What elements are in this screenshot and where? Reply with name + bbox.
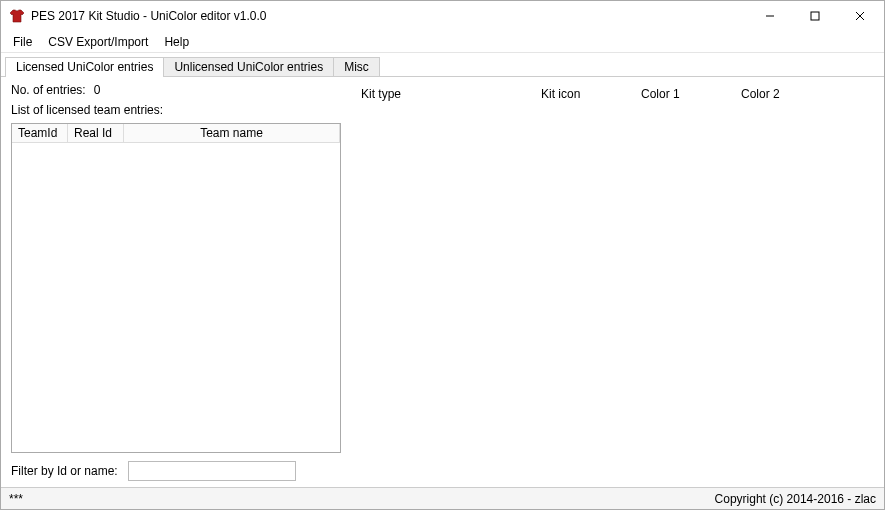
column-color-2: Color 2 — [741, 87, 841, 101]
menu-file[interactable]: File — [5, 33, 40, 51]
minimize-button[interactable] — [747, 2, 792, 30]
list-title: List of licensed team entries: — [11, 103, 163, 117]
tab-licensed[interactable]: Licensed UniColor entries — [5, 57, 164, 77]
entries-count-label: No. of entries: — [11, 83, 86, 97]
tab-misc[interactable]: Misc — [333, 57, 380, 76]
list-body[interactable] — [12, 143, 340, 452]
column-teamid[interactable]: TeamId — [12, 124, 68, 142]
window-title: PES 2017 Kit Studio - UniColor editor v1… — [31, 9, 747, 23]
tabstrip: Licensed UniColor entries Unlicensed Uni… — [1, 53, 884, 76]
column-kit-icon: Kit icon — [541, 87, 641, 101]
column-teamname[interactable]: Team name — [124, 124, 340, 142]
right-pane: Kit type Kit icon Color 1 Color 2 — [361, 83, 874, 481]
menu-csv-export-import[interactable]: CSV Export/Import — [40, 33, 156, 51]
filter-input[interactable] — [128, 461, 296, 481]
close-button[interactable] — [837, 2, 882, 30]
menu-help[interactable]: Help — [156, 33, 197, 51]
left-pane: No. of entries: 0 List of licensed team … — [11, 83, 341, 481]
status-copyright: Copyright (c) 2014-2016 - zlac — [715, 492, 876, 506]
entries-count-row: No. of entries: 0 — [11, 83, 341, 97]
app-window: PES 2017 Kit Studio - UniColor editor v1… — [0, 0, 885, 510]
menubar: File CSV Export/Import Help — [1, 31, 884, 53]
status-left: *** — [9, 492, 23, 506]
filter-label: Filter by Id or name: — [11, 464, 118, 478]
column-kit-type: Kit type — [361, 87, 541, 101]
list-title-row: List of licensed team entries: — [11, 103, 341, 117]
statusbar: *** Copyright (c) 2014-2016 - zlac — [1, 487, 884, 509]
entries-count-value: 0 — [94, 83, 101, 97]
titlebar: PES 2017 Kit Studio - UniColor editor v1… — [1, 1, 884, 31]
client-area: No. of entries: 0 List of licensed team … — [1, 77, 884, 487]
detail-columns: Kit type Kit icon Color 1 Color 2 — [361, 87, 874, 101]
team-entries-list[interactable]: TeamId Real Id Team name — [11, 123, 341, 453]
column-realid[interactable]: Real Id — [68, 124, 124, 142]
column-color-1: Color 1 — [641, 87, 741, 101]
tabstrip-container: Licensed UniColor entries Unlicensed Uni… — [1, 53, 884, 77]
filter-row: Filter by Id or name: — [11, 461, 341, 481]
list-header: TeamId Real Id Team name — [12, 124, 340, 143]
app-shirt-icon — [9, 8, 25, 24]
tab-unlicensed[interactable]: Unlicensed UniColor entries — [163, 57, 334, 76]
maximize-button[interactable] — [792, 2, 837, 30]
svg-rect-1 — [811, 12, 819, 20]
